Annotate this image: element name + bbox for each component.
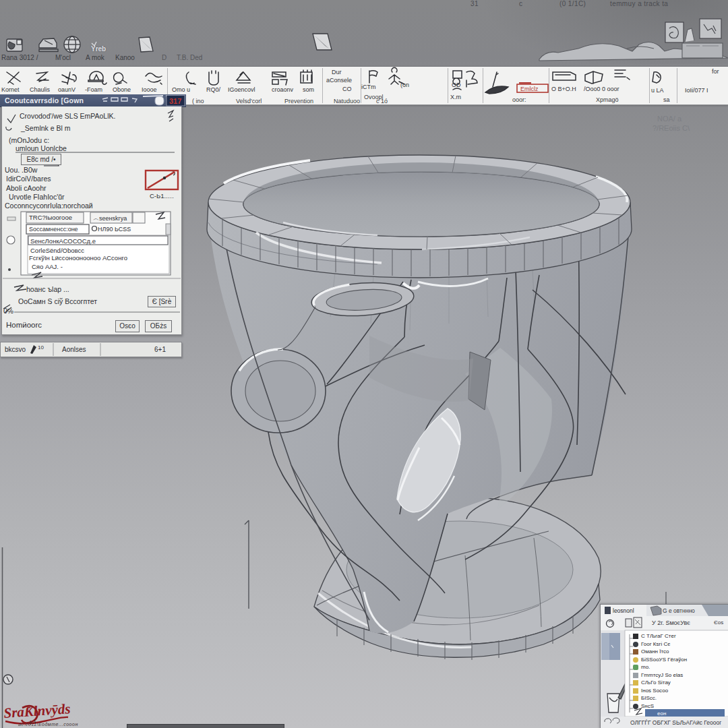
svg-text:aс.с011!Еодмте...сооон: aс.с011!Еодмте...сооон [18,722,78,727]
svg-text:bkcsvo: bkcsvo [5,346,26,353]
svg-text:ОЛГГЃГ ОБГХГ ЅЬЉАГАӥс Геооог: ОЛГГЃГ ОБГХГ ЅЬЉАГАӥс Геооог [630,719,721,726]
svg-text:еон: еон [657,710,666,717]
svg-text:10: 10 [38,344,44,351]
svg-text:NOA/ a: NOA/ a [657,115,682,123]
svg-text:6+1: 6+1 [154,346,166,353]
svg-text:G е овтннно: G е овтннно [663,607,695,614]
svg-text:Єоѕ: Єоѕ [714,619,723,626]
svg-text:317: 317 [169,97,181,105]
svg-text:Aonlses: Aonlses [62,346,86,353]
svg-text:leosnonl: leosnonl [613,607,634,614]
svg-text:?/REoiis C\: ?/REoiis C\ [653,124,690,132]
svg-text:Yreb: Yreb [91,45,106,53]
svg-text:Emlclz: Emlclz [520,86,539,92]
svg-text:У 2г. SмоєУвє: У 2г. SмоєУвє [652,619,690,626]
